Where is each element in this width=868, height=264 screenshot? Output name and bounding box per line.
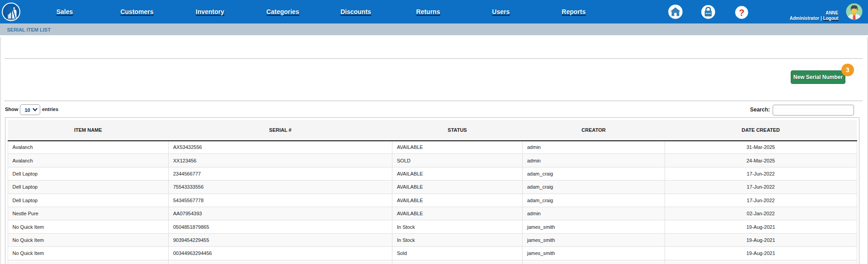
svg-text:?: ? xyxy=(739,7,744,17)
